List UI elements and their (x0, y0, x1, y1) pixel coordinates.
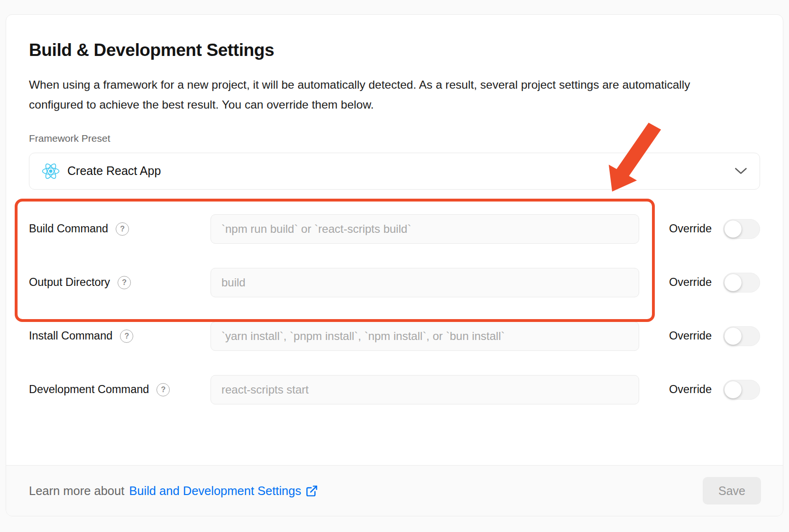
help-icon[interactable]: ? (156, 383, 170, 396)
react-logo-icon (42, 163, 60, 180)
external-link-icon (305, 485, 318, 497)
build-command-input[interactable] (211, 214, 639, 244)
toggle-knob (725, 220, 742, 238)
output-directory-input[interactable] (211, 268, 639, 297)
override-label: Override (669, 383, 712, 396)
build-command-label: Build Command (29, 222, 108, 235)
learn-more-text: Learn more about Build and Development S… (29, 484, 318, 498)
install-command-input[interactable] (211, 321, 639, 351)
output-directory-override-group: Override (669, 273, 760, 293)
output-directory-label: Output Directory (29, 276, 110, 289)
build-settings-card: Build & Development Settings When using … (6, 14, 783, 516)
development-command-label: Development Command (29, 383, 149, 396)
override-label: Override (669, 222, 712, 235)
page-title: Build & Development Settings (29, 40, 760, 61)
framework-preset-value: Create React App (67, 164, 161, 178)
help-icon[interactable]: ? (118, 276, 131, 289)
toggle-knob (725, 381, 742, 398)
install-command-override-toggle[interactable] (723, 326, 760, 346)
toggle-knob (725, 274, 742, 291)
settings-footer: Learn more about Build and Development S… (6, 465, 783, 516)
framework-preset-select[interactable]: Create React App (29, 153, 760, 190)
settings-rows: Build Command ? Override Output Director… (29, 214, 760, 404)
development-command-input[interactable] (211, 375, 639, 404)
toggle-knob (725, 328, 742, 345)
install-command-label: Install Command (29, 330, 112, 342)
help-glyph: ? (122, 279, 127, 286)
help-glyph: ? (120, 225, 125, 233)
settings-row-install-command: Install Command ? Override (29, 321, 760, 351)
settings-row-output-directory: Output Directory ? Override (29, 268, 760, 297)
build-command-override-toggle[interactable] (723, 219, 760, 239)
development-command-override-group: Override (669, 380, 760, 400)
learn-more-prefix: Learn more about (29, 484, 124, 498)
learn-more-link-label: Build and Development Settings (129, 484, 301, 498)
highlighted-settings-zone: Build Command ? Override Output Director… (29, 214, 760, 297)
framework-preset-label: Framework Preset (29, 133, 760, 144)
install-command-label-group: Install Command ? (29, 330, 211, 343)
install-command-override-group: Override (669, 326, 760, 346)
build-command-label-group: Build Command ? (29, 222, 211, 236)
save-button[interactable]: Save (703, 477, 761, 504)
page-description: When using a framework for a new project… (29, 75, 731, 115)
settings-row-development-command: Development Command ? Override (29, 375, 760, 404)
override-label: Override (669, 330, 712, 342)
help-glyph: ? (124, 332, 129, 340)
development-command-label-group: Development Command ? (29, 383, 211, 396)
settings-row-build-command: Build Command ? Override (29, 214, 760, 244)
help-icon[interactable]: ? (116, 222, 129, 236)
learn-more-link[interactable]: Build and Development Settings (129, 484, 318, 498)
development-command-override-toggle[interactable] (723, 380, 760, 400)
build-command-override-group: Override (669, 219, 760, 239)
chevron-down-icon (734, 167, 747, 175)
override-label: Override (669, 276, 712, 289)
help-glyph: ? (161, 386, 166, 394)
output-directory-label-group: Output Directory ? (29, 276, 211, 289)
output-directory-override-toggle[interactable] (723, 273, 760, 293)
card-main: Build & Development Settings When using … (6, 15, 783, 465)
help-icon[interactable]: ? (120, 330, 133, 343)
